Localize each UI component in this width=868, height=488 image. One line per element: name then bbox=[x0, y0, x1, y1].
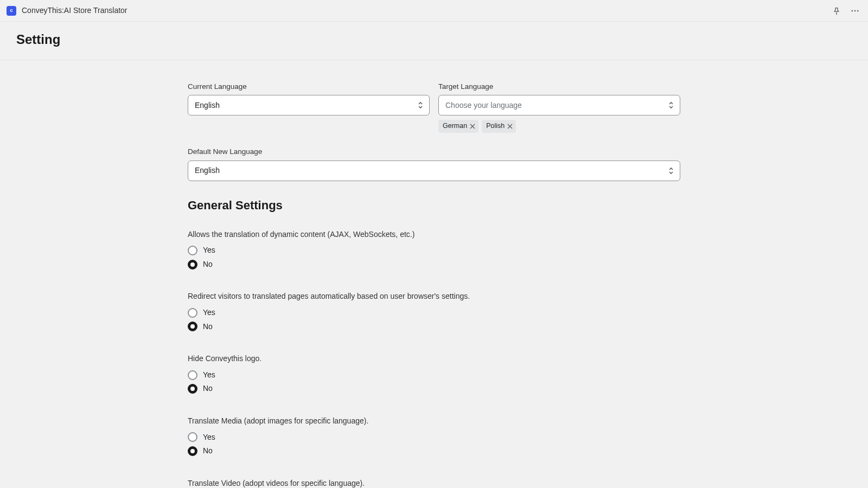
svg-point-0 bbox=[851, 10, 853, 11]
current-language-select[interactable]: English bbox=[188, 95, 430, 115]
app-title: ConveyThis:AI Store Translator bbox=[22, 5, 127, 16]
question-block: Allows the translation of dynamic conten… bbox=[188, 229, 680, 270]
question-block: Hide Conveythis logo.YesNo bbox=[188, 354, 680, 394]
radio-option-no[interactable]: No bbox=[188, 383, 680, 394]
question-text: Translate Media (adopt images for specif… bbox=[188, 416, 680, 427]
default-new-language-value: English bbox=[195, 165, 220, 176]
app-logo-letter: c bbox=[10, 7, 12, 14]
chevron-updown-icon bbox=[417, 101, 424, 110]
language-tag: Polish bbox=[482, 120, 516, 133]
radio-option-no[interactable]: No bbox=[188, 446, 680, 457]
target-language-tags: German Polish bbox=[438, 120, 680, 133]
language-row: Current Language English Target Language… bbox=[188, 82, 680, 133]
svg-point-2 bbox=[857, 10, 859, 11]
radio-icon bbox=[188, 246, 197, 255]
remove-tag-icon[interactable] bbox=[507, 124, 513, 129]
page-title: Setting bbox=[16, 30, 852, 49]
question-block: Redirect visitors to translated pages au… bbox=[188, 291, 680, 332]
radio-icon bbox=[188, 446, 197, 456]
radio-icon bbox=[188, 260, 197, 269]
general-settings-questions: Allows the translation of dynamic conten… bbox=[188, 229, 680, 488]
radio-option-yes[interactable]: Yes bbox=[188, 245, 680, 256]
radio-option-no[interactable]: No bbox=[188, 259, 680, 270]
question-text: Allows the translation of dynamic conten… bbox=[188, 229, 680, 240]
chevron-updown-icon bbox=[668, 166, 674, 175]
page-header: Setting bbox=[0, 22, 868, 60]
radio-icon bbox=[188, 384, 197, 394]
radio-label: No bbox=[203, 446, 213, 457]
top-bar: c ConveyThis:AI Store Translator bbox=[0, 0, 868, 22]
radio-option-no[interactable]: No bbox=[188, 322, 680, 332]
target-language-placeholder: Choose your language bbox=[445, 100, 522, 111]
question-text: Hide Conveythis logo. bbox=[188, 354, 680, 364]
language-tag: German bbox=[438, 120, 478, 133]
radio-icon bbox=[188, 432, 197, 442]
content: Current Language English Target Language… bbox=[188, 82, 680, 488]
radio-label: Yes bbox=[203, 245, 215, 256]
content-wrap: Current Language English Target Language… bbox=[0, 60, 868, 488]
radio-label: Yes bbox=[203, 370, 215, 381]
remove-tag-icon[interactable] bbox=[470, 124, 475, 129]
radio-icon bbox=[188, 370, 197, 380]
default-new-language-field: Default New Language English bbox=[188, 147, 680, 181]
app-logo-icon: c bbox=[7, 6, 16, 16]
default-new-language-select[interactable]: English bbox=[188, 160, 680, 181]
radio-option-yes[interactable]: Yes bbox=[188, 370, 680, 381]
radio-option-yes[interactable]: Yes bbox=[188, 307, 680, 318]
top-bar-left: c ConveyThis:AI Store Translator bbox=[7, 5, 127, 16]
radio-option-yes[interactable]: Yes bbox=[188, 432, 680, 443]
radio-icon bbox=[188, 322, 197, 331]
language-tag-label: Polish bbox=[486, 121, 505, 131]
question-block: Translate Video (adopt videos for specif… bbox=[188, 478, 680, 488]
radio-label: Yes bbox=[203, 307, 215, 318]
question-text: Translate Video (adopt videos for specif… bbox=[188, 478, 680, 488]
svg-point-1 bbox=[854, 10, 856, 11]
question-block: Translate Media (adopt images for specif… bbox=[188, 416, 680, 457]
chevron-updown-icon bbox=[668, 101, 674, 110]
current-language-label: Current Language bbox=[188, 82, 430, 92]
radio-label: No bbox=[203, 259, 213, 270]
language-tag-label: German bbox=[443, 121, 467, 131]
general-settings-heading: General Settings bbox=[188, 197, 680, 214]
question-text: Redirect visitors to translated pages au… bbox=[188, 291, 680, 302]
default-new-language-label: Default New Language bbox=[188, 147, 680, 157]
radio-icon bbox=[188, 308, 197, 318]
target-language-label: Target Language bbox=[438, 82, 680, 92]
target-language-field: Target Language Choose your language Ger… bbox=[438, 82, 680, 133]
top-bar-right bbox=[831, 5, 860, 16]
pin-icon[interactable] bbox=[831, 5, 842, 16]
current-language-field: Current Language English bbox=[188, 82, 430, 133]
radio-label: Yes bbox=[203, 432, 215, 443]
target-language-select[interactable]: Choose your language bbox=[438, 95, 680, 115]
radio-label: No bbox=[203, 322, 213, 332]
more-icon[interactable] bbox=[850, 5, 860, 16]
current-language-value: English bbox=[195, 100, 220, 111]
radio-label: No bbox=[203, 383, 213, 394]
